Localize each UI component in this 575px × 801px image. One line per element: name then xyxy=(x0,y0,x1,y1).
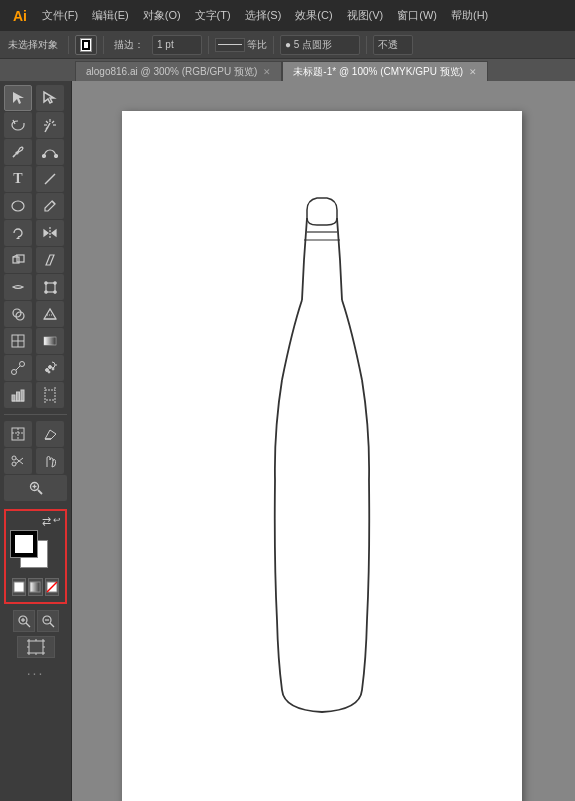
menu-text[interactable]: 文字(T) xyxy=(189,6,237,25)
tab-untitled[interactable]: 未标题-1* @ 100% (CMYK/GPU 预览) ✕ xyxy=(282,61,488,81)
close-tab-alogo[interactable]: ✕ xyxy=(263,67,271,77)
zoom-in-btn[interactable] xyxy=(13,610,35,632)
menu-effect[interactable]: 效果(C) xyxy=(289,6,338,25)
brush-preset[interactable]: ● 5 点圆形 xyxy=(280,35,360,55)
stroke-preview[interactable] xyxy=(215,38,245,52)
artboard-panel-btn[interactable] xyxy=(17,636,55,658)
svg-line-68 xyxy=(50,623,54,627)
menu-help[interactable]: 帮助(H) xyxy=(445,6,494,25)
tool-direct-selection[interactable] xyxy=(36,85,64,111)
svg-line-1 xyxy=(52,121,54,123)
tool-eraser[interactable] xyxy=(36,421,64,447)
menu-window[interactable]: 窗口(W) xyxy=(391,6,443,25)
canvas-area[interactable] xyxy=(72,81,575,801)
tools-panel: T xyxy=(0,81,72,801)
tool-width[interactable] xyxy=(4,274,32,300)
tool-graph[interactable] xyxy=(4,382,32,408)
svg-point-11 xyxy=(12,201,24,211)
tool-zoom[interactable] xyxy=(4,475,67,501)
svg-rect-29 xyxy=(44,337,56,345)
equal-label: 等比 xyxy=(247,38,267,52)
svg-point-30 xyxy=(12,370,17,375)
tool-artboard[interactable] xyxy=(36,382,64,408)
no-selection-label: 未选择对象 xyxy=(4,35,62,55)
small-icons-row xyxy=(0,608,71,634)
menu-edit[interactable]: 编辑(E) xyxy=(86,6,135,25)
tab-alogo[interactable]: alogo816.ai @ 300% (RGB/GPU 预览) ✕ xyxy=(75,61,282,81)
svg-rect-42 xyxy=(45,390,55,400)
svg-point-36 xyxy=(48,371,50,373)
tool-free-transform[interactable] xyxy=(36,274,64,300)
gradient-mode-button[interactable] xyxy=(28,578,42,596)
title-bar: Ai 文件(F) 编辑(E) 对象(O) 文字(T) 选择(S) 效果(C) 视… xyxy=(0,0,575,31)
tool-hand[interactable] xyxy=(36,448,64,474)
menu-select[interactable]: 选择(S) xyxy=(239,6,288,25)
ai-logo: Ai xyxy=(8,8,32,24)
stroke-color-swatch[interactable] xyxy=(75,35,97,55)
tool-text[interactable]: T xyxy=(4,166,32,192)
tool-magic-wand[interactable] xyxy=(36,112,64,138)
svg-point-9 xyxy=(55,155,58,158)
tool-scale[interactable] xyxy=(4,247,32,273)
stroke-width-input[interactable]: 1 pt xyxy=(152,35,202,55)
swap-reset-row: ⇄ ↩ xyxy=(10,515,61,528)
menu-bar: 文件(F) 编辑(E) 对象(O) 文字(T) 选择(S) 效果(C) 视图(V… xyxy=(36,6,494,25)
svg-rect-38 xyxy=(12,395,15,401)
tool-selection[interactable] xyxy=(4,85,32,111)
swap-icon[interactable]: ⇄ xyxy=(42,515,51,528)
svg-point-20 xyxy=(45,291,47,293)
stroke-style-area: 等比 xyxy=(215,38,267,52)
svg-line-6 xyxy=(45,123,50,132)
zoom-out-btn[interactable] xyxy=(37,610,59,632)
svg-rect-59 xyxy=(14,582,24,592)
normal-mode-button[interactable] xyxy=(12,578,26,596)
main-area: T xyxy=(0,81,575,801)
toolbar-separator-1 xyxy=(68,36,69,54)
tab-bar: alogo816.ai @ 300% (RGB/GPU 预览) ✕ 未标题-1*… xyxy=(0,59,575,81)
toolbar-separator-4 xyxy=(273,36,274,54)
svg-rect-17 xyxy=(46,283,55,292)
toolbar-separator-2 xyxy=(103,36,104,54)
tool-shape-builder[interactable] xyxy=(4,301,32,327)
reset-icon[interactable]: ↩ xyxy=(53,515,61,528)
tool-slice[interactable] xyxy=(4,421,32,447)
svg-point-7 xyxy=(16,152,18,154)
menu-file[interactable]: 文件(F) xyxy=(36,6,84,25)
menu-view[interactable]: 视图(V) xyxy=(341,6,390,25)
svg-line-32 xyxy=(16,366,20,370)
tool-blend[interactable] xyxy=(4,355,32,381)
tool-curvature[interactable] xyxy=(36,139,64,165)
svg-point-31 xyxy=(20,362,25,367)
tool-pencil[interactable] xyxy=(36,193,64,219)
svg-point-8 xyxy=(43,155,46,158)
menu-object[interactable]: 对象(O) xyxy=(137,6,187,25)
toolbar: 未选择对象 描边： 1 pt 等比 ● 5 点圆形 不透 xyxy=(0,31,575,59)
stroke-color-inner xyxy=(15,535,33,553)
svg-rect-39 xyxy=(17,392,20,401)
svg-rect-60 xyxy=(30,582,40,592)
close-tab-untitled[interactable]: ✕ xyxy=(469,67,477,77)
tool-mesh[interactable] xyxy=(4,328,32,354)
opacity-field[interactable]: 不透 xyxy=(373,35,413,55)
dots-row[interactable]: ... xyxy=(0,660,71,680)
tool-shear[interactable] xyxy=(36,247,64,273)
tool-gradient[interactable] xyxy=(36,328,64,354)
svg-rect-70 xyxy=(29,641,43,653)
tool-reflect[interactable] xyxy=(36,220,64,246)
tool-perspective[interactable] xyxy=(36,301,64,327)
tool-symbol-spray[interactable] xyxy=(36,355,64,381)
tools-grid-bottom xyxy=(0,417,71,505)
svg-point-18 xyxy=(45,282,47,284)
tool-line[interactable] xyxy=(36,166,64,192)
tools-grid: T xyxy=(0,81,71,412)
tool-pen[interactable] xyxy=(4,139,32,165)
tool-lasso[interactable] xyxy=(4,112,32,138)
bottle-illustration xyxy=(232,180,412,742)
tool-ellipse[interactable] xyxy=(4,193,32,219)
svg-rect-15 xyxy=(17,255,24,262)
none-mode-button[interactable] xyxy=(45,578,59,596)
tool-rotate[interactable] xyxy=(4,220,32,246)
stroke-color-box[interactable] xyxy=(10,530,38,558)
tool-scissors[interactable] xyxy=(4,448,32,474)
svg-line-56 xyxy=(38,490,42,494)
